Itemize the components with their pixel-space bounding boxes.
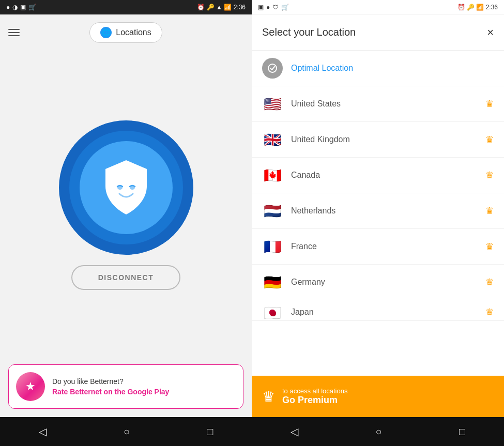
ca-flag-icon: 🇨🇦	[262, 165, 283, 186]
fr-location-name: France	[291, 242, 477, 251]
left-status-left-icons: ● ◑ ▣ 🛒	[6, 4, 36, 11]
key2-icon: 🔑	[467, 4, 475, 11]
promo-title: Do you like Betternet?	[52, 377, 169, 386]
uk-flag-icon: 🇬🇧	[262, 129, 283, 150]
location-item-uk[interactable]: 🇬🇧 United Kingdom ♛	[252, 122, 504, 158]
select-location-title: Select your Location	[262, 26, 356, 38]
right-status-right-icons: ⏰ 🔑 📶 2:36	[457, 4, 498, 11]
us-location-name: United States	[291, 99, 477, 109]
promo-banner[interactable]: ★ Do you like Betternet? Rate Betternet …	[8, 364, 243, 409]
right-header: Select your Location ×	[252, 14, 504, 51]
de-premium-icon: ♛	[485, 276, 494, 288]
wifi-icon: ▲	[216, 4, 222, 11]
signal-icon: 📶	[224, 4, 232, 11]
premium-crown-icon: ♛	[262, 388, 275, 405]
disconnect-button[interactable]: DISCONNECT	[71, 265, 181, 290]
vpn-mid-circle	[69, 131, 183, 244]
uk-premium-icon: ♛	[485, 134, 494, 145]
signal2-icon: 📶	[476, 4, 484, 11]
ca-location-name: Canada	[291, 171, 477, 180]
alarm2-icon: ⏰	[457, 4, 465, 11]
location-item-nl[interactable]: 🇳🇱 Netherlands ♛	[252, 193, 504, 229]
back-nav-button[interactable]: ◁	[35, 421, 51, 442]
left-status-right-icons: ⏰ 🔑 ▲ 📶 2:36	[197, 4, 246, 11]
nl-flag-icon: 🇳🇱	[262, 201, 283, 221]
alarm-icon: ⏰	[197, 4, 205, 11]
half-circle-icon: ◑	[12, 4, 18, 11]
right-status-bar: ▣ ● 🛡 🛒 ⏰ 🔑 📶 2:36	[252, 0, 504, 14]
fr-premium-icon: ♛	[485, 241, 494, 252]
circle2-icon: ●	[266, 4, 270, 11]
hamburger-line-2	[8, 32, 20, 33]
nl-premium-icon: ♛	[485, 205, 494, 217]
right-status-left-icons: ▣ ● 🛡 🛒	[258, 4, 289, 11]
circle-icon: ●	[6, 4, 10, 11]
left-bottom-nav: ◁ ○ □	[0, 417, 252, 446]
fr-flag-icon: 🇫🇷	[262, 236, 283, 257]
cart-icon: 🛒	[28, 4, 36, 11]
right-panel: ▣ ● 🛡 🛒 ⏰ 🔑 📶 2:36 Select your Location …	[252, 0, 504, 446]
star-icon: ★	[25, 380, 36, 393]
us-premium-icon: ♛	[485, 98, 494, 110]
shield2-icon: 🛡	[272, 4, 279, 11]
ca-premium-icon: ♛	[485, 170, 494, 181]
time2-display: 2:36	[486, 4, 498, 11]
us-flag-icon: 🇺🇸	[262, 94, 283, 114]
location-list: Optimal Location 🇺🇸 United States ♛ 🇬🇧 U…	[252, 51, 504, 376]
left-status-bar: ● ◑ ▣ 🛒 ⏰ 🔑 ▲ 📶 2:36	[0, 0, 252, 14]
location-item-de[interactable]: 🇩🇪 Germany ♛	[252, 265, 504, 300]
right-bottom-nav: ◁ ○ □	[252, 417, 504, 446]
vpn-main: DISCONNECT	[0, 51, 252, 359]
de-flag-icon: 🇩🇪	[262, 272, 283, 293]
home-nav-button[interactable]: ○	[119, 422, 134, 442]
right-home-nav-button[interactable]: ○	[371, 422, 386, 442]
premium-main-text: Go Premium	[282, 395, 347, 406]
promo-link[interactable]: Rate Betternet on the Google Play	[52, 388, 169, 396]
hamburger-line-1	[8, 29, 20, 30]
vpn-outer-circle	[59, 120, 193, 255]
premium-banner[interactable]: ♛ to access all locations Go Premium	[252, 376, 504, 417]
recents-nav-button[interactable]: □	[203, 422, 217, 442]
location-item-optimal[interactable]: Optimal Location	[252, 51, 504, 86]
image2-icon: ▣	[258, 4, 264, 11]
promo-icon: ★	[16, 372, 45, 401]
premium-text: to access all locations Go Premium	[282, 387, 347, 406]
hamburger-line-3	[8, 35, 20, 36]
location-item-us[interactable]: 🇺🇸 United States ♛	[252, 86, 504, 122]
left-header: 🌐 Locations	[0, 14, 252, 51]
jp-flag-icon: 🇯🇵	[262, 303, 283, 321]
image-icon: ▣	[20, 4, 26, 11]
optimal-icon	[262, 58, 283, 79]
locations-label: Locations	[116, 28, 151, 37]
promo-text: Do you like Betternet? Rate Betternet on…	[52, 377, 169, 396]
close-button[interactable]: ×	[487, 27, 494, 38]
globe-icon: 🌐	[100, 27, 112, 38]
right-back-nav-button[interactable]: ◁	[286, 421, 302, 442]
locations-button[interactable]: 🌐 Locations	[89, 22, 162, 43]
location-item-ca[interactable]: 🇨🇦 Canada ♛	[252, 158, 504, 193]
premium-sub-text: to access all locations	[282, 387, 347, 395]
location-item-fr[interactable]: 🇫🇷 France ♛	[252, 229, 504, 265]
hamburger-menu[interactable]	[8, 29, 20, 36]
vpn-inner-circle	[80, 141, 173, 234]
jp-premium-icon: ♛	[485, 306, 494, 318]
time-display: 2:36	[234, 4, 246, 11]
right-recents-nav-button[interactable]: □	[455, 422, 469, 442]
optimal-location-name: Optimal Location	[291, 64, 353, 73]
location-item-jp[interactable]: 🇯🇵 Japan ♛	[252, 300, 504, 321]
left-panel: ● ◑ ▣ 🛒 ⏰ 🔑 ▲ 📶 2:36 🌐 Locations	[0, 0, 252, 446]
key-icon: 🔑	[207, 4, 215, 11]
svg-point-2	[268, 64, 277, 72]
uk-location-name: United Kingdom	[291, 135, 477, 144]
jp-location-name: Japan	[291, 307, 477, 317]
nl-location-name: Netherlands	[291, 206, 477, 216]
de-location-name: Germany	[291, 278, 477, 287]
shield-icon	[100, 158, 152, 217]
cart2-icon: 🛒	[281, 4, 289, 11]
